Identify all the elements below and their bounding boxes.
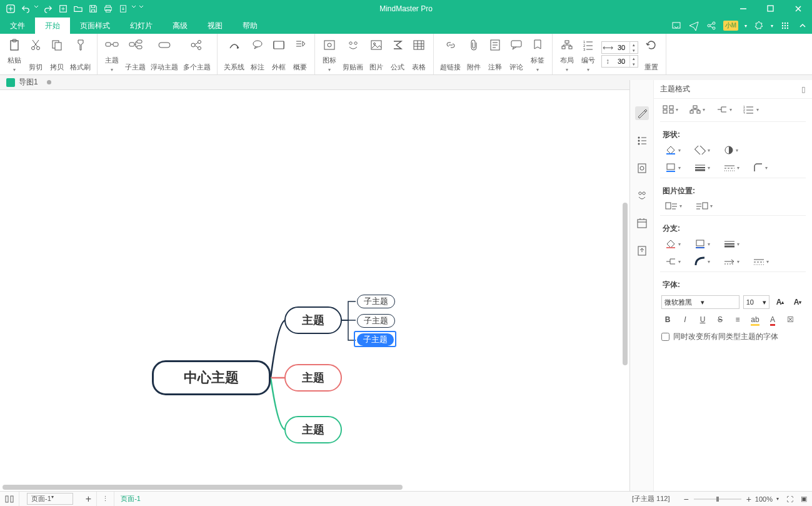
width-up-icon[interactable]: ▴	[630, 42, 638, 48]
tab-advanced[interactable]: 高级	[163, 18, 198, 34]
open-icon[interactable]	[71, 2, 85, 16]
tab-slide[interactable]: 幻灯片	[120, 18, 163, 34]
collapse-ribbon-icon[interactable]	[797, 20, 808, 31]
layout-style-1-button[interactable]: ▾	[663, 105, 678, 114]
topic-node-2[interactable]: 主题	[284, 364, 342, 392]
canvas-area[interactable]: 中心主题 主题 主题 主题 子主题 子主题 子主题	[0, 90, 629, 491]
zoom-in-button[interactable]: +	[746, 494, 751, 504]
branch-border-button[interactable]: ▾	[694, 239, 710, 249]
tab-start[interactable]: 开始	[35, 18, 70, 34]
center-topic-node[interactable]: 中心主题	[152, 360, 271, 395]
print-icon[interactable]	[101, 2, 115, 16]
qat-customize-icon[interactable]	[139, 2, 145, 16]
side-tab-style-icon[interactable]	[635, 106, 649, 120]
add-page-button[interactable]: +	[81, 492, 97, 507]
topic-node-1[interactable]: 主题	[284, 306, 342, 334]
layout-style-3-button[interactable]: ▾	[716, 105, 732, 114]
layout-style-2-button[interactable]: ▾	[689, 105, 705, 114]
feedback-icon[interactable]	[671, 20, 682, 31]
height-up-icon[interactable]: ▴	[630, 56, 638, 61]
export-dropdown-icon[interactable]	[131, 2, 138, 16]
attachment-button[interactable]: 附件	[463, 36, 484, 72]
shadow-button[interactable]: ▾	[724, 145, 738, 155]
topic-height-spinner[interactable]: ↕▴▾	[601, 55, 638, 68]
clear-format-button[interactable]: ☒	[784, 315, 796, 324]
floating-topic-button[interactable]: 浮动主题	[148, 36, 181, 72]
maximize-button[interactable]	[757, 0, 784, 18]
minimize-button[interactable]	[729, 0, 757, 18]
fullscreen-button[interactable]: ▣	[801, 495, 807, 503]
font-size-select[interactable]: 10▾	[743, 295, 769, 309]
subtopic-node-2[interactable]: 子主题	[357, 314, 395, 328]
branch-fill-button[interactable]: ▾	[665, 239, 681, 249]
side-tab-page-icon[interactable]	[635, 161, 649, 175]
hyperlink-button[interactable]: 超链接	[438, 36, 463, 72]
branch-weight-button[interactable]: ▾	[724, 240, 739, 248]
font-increase-button[interactable]: A▴	[773, 295, 787, 309]
strike-button[interactable]: S	[714, 315, 726, 324]
formula-button[interactable]: 公式	[387, 36, 408, 72]
topic-height-input[interactable]	[613, 58, 629, 65]
shape-type-button[interactable]: ▾	[694, 146, 710, 154]
border-weight-button[interactable]: ▾	[694, 164, 710, 171]
img-pos-left-button[interactable]: ▾	[665, 201, 682, 210]
table-button[interactable]: 表格	[408, 36, 429, 72]
branch-arrow-button[interactable]: ▾	[724, 258, 739, 265]
picture-button[interactable]: 图片	[366, 36, 387, 72]
branch-connector-button[interactable]: ▾	[665, 257, 681, 266]
tag-button[interactable]: 标签▾	[527, 36, 548, 72]
boundary-button[interactable]: 外框	[268, 36, 289, 72]
save-icon[interactable]	[86, 2, 100, 16]
multi-topic-button[interactable]: 多个主题	[181, 36, 213, 72]
apply-all-checkbox[interactable]	[661, 333, 669, 341]
reset-button[interactable]: 重置	[641, 36, 662, 72]
icon-button[interactable]: 图标▾	[319, 36, 340, 72]
tab-view[interactable]: 视图	[198, 18, 233, 34]
numbering-style-button[interactable]: 123▾	[743, 105, 759, 114]
width-down-icon[interactable]: ▾	[630, 48, 638, 53]
page-menu-button[interactable]: ⋮	[97, 492, 114, 507]
subtopic-node-3-selected[interactable]: 子主题	[357, 333, 394, 346]
user-dropdown-icon[interactable]: ▾	[744, 23, 747, 29]
branch-dash-button[interactable]: ▾	[753, 258, 769, 265]
highlight-button[interactable]: ab	[749, 315, 761, 324]
apps-icon[interactable]	[779, 20, 791, 31]
topic-node-3[interactable]: 主题	[284, 416, 342, 443]
align-button[interactable]: ≡	[731, 315, 744, 324]
fill-color-button[interactable]: ▾	[665, 145, 681, 155]
callout-button[interactable]: 标注	[247, 36, 268, 72]
border-dash-button[interactable]: ▾	[724, 164, 739, 171]
cut-button[interactable]: 剪切	[25, 36, 46, 72]
tab-file[interactable]: 文件	[0, 18, 35, 34]
vertical-scrollbar[interactable]	[621, 90, 629, 483]
tab-help[interactable]: 帮助	[233, 18, 268, 34]
paste-button[interactable]: 粘贴▾	[4, 36, 25, 72]
theme-icon[interactable]	[753, 20, 764, 31]
subtopic-button[interactable]: 子主题	[123, 36, 148, 72]
subtopic-node-1[interactable]: 子主题	[357, 295, 395, 308]
img-pos-right-button[interactable]: ▾	[696, 201, 713, 210]
redo-icon[interactable]	[41, 2, 55, 16]
side-tab-export-icon[interactable]	[635, 244, 649, 258]
comment-button[interactable]: 评论	[506, 36, 527, 72]
user-badge[interactable]: 小M	[723, 21, 738, 31]
horizontal-scrollbar[interactable]	[0, 483, 629, 491]
underline-button[interactable]: U	[696, 315, 709, 324]
topic-width-input[interactable]	[613, 44, 629, 51]
font-color-button[interactable]: A	[766, 315, 779, 324]
bold-button[interactable]: B	[661, 315, 674, 324]
side-tab-task-icon[interactable]	[635, 216, 649, 230]
new-icon[interactable]	[56, 2, 70, 16]
height-down-icon[interactable]: ▾	[630, 61, 638, 67]
side-tab-icons-icon[interactable]	[635, 189, 649, 203]
topic-width-spinner[interactable]: ⟷▴▾	[601, 41, 638, 54]
fit-page-button[interactable]: ⛶	[786, 495, 793, 503]
theme-dropdown-icon[interactable]: ▾	[771, 23, 773, 29]
export-icon[interactable]	[116, 2, 130, 16]
font-decrease-button[interactable]: A▾	[791, 295, 804, 309]
border-color-button[interactable]: ▾	[665, 163, 681, 173]
copy-button[interactable]: 拷贝	[46, 36, 68, 72]
app-logo-icon[interactable]	[4, 2, 18, 16]
side-tab-outline-icon[interactable]	[635, 134, 649, 148]
panel-pin-icon[interactable]: ▯	[801, 85, 806, 94]
